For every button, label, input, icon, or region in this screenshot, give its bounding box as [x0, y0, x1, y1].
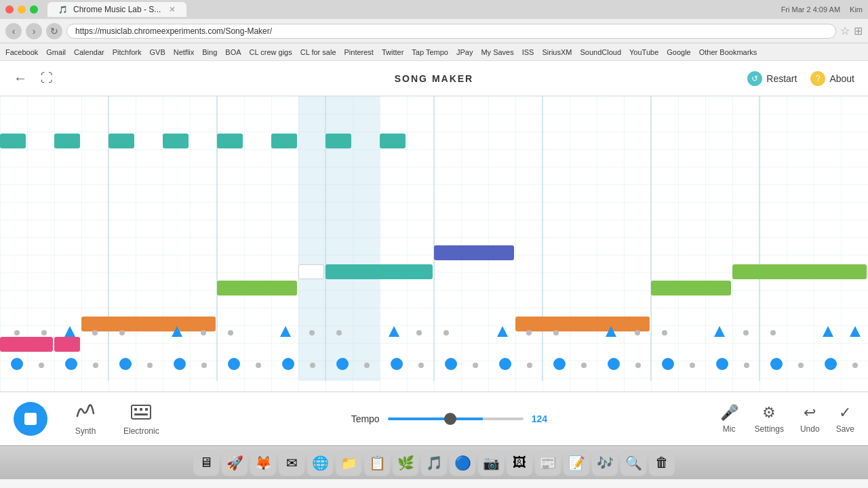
browser-tab[interactable]: 🎵 Chrome Music Lab - S... ✕ [47, 2, 186, 17]
circle-dot-27[interactable] [743, 359, 750, 371]
perc-tri-18[interactable] [497, 326, 508, 340]
bookmark-boa[interactable]: BOA [225, 48, 241, 56]
dock-itunes[interactable]: 🎵 [421, 450, 447, 476]
circle-dot-11[interactable] [309, 359, 316, 371]
dock-trash[interactable]: 🗑 [649, 450, 675, 476]
perc-dot-3[interactable] [92, 327, 98, 339]
dock-facetime[interactable]: 📷 [478, 450, 504, 476]
circle-dot-21[interactable] [580, 359, 587, 371]
circle-30[interactable] [825, 358, 837, 373]
expand-button[interactable]: ⛶ [41, 71, 53, 85]
circle-dot-25[interactable] [689, 359, 696, 371]
circle-dot-23[interactable] [635, 359, 642, 371]
dock-globe[interactable]: 🌐 [307, 450, 333, 476]
circle-26[interactable] [716, 358, 728, 373]
dock-finder2[interactable]: 🔍 [620, 450, 646, 476]
bookmark-netflix[interactable]: Netflix [174, 48, 195, 56]
bookmark-iss[interactable]: ISS [522, 48, 534, 56]
undo-button[interactable]: ↩ Undo [800, 404, 820, 434]
bookmark-pitchfork[interactable]: Pitchfork [113, 48, 142, 56]
circle-dot-13[interactable] [363, 359, 370, 371]
perc-dot-7[interactable] [200, 327, 207, 339]
note-green-1[interactable] [217, 281, 297, 296]
dock-clip[interactable]: 📋 [364, 450, 390, 476]
note-teal-3[interactable] [108, 134, 134, 148]
dock-notes[interactable]: 📝 [564, 450, 589, 476]
bookmark-calendar[interactable]: Calendar [74, 48, 104, 56]
bookmark-cl-crew[interactable]: CL crew gigs [250, 48, 292, 56]
mic-button[interactable]: 🎤 Mic [720, 404, 738, 434]
note-teal-4[interactable] [163, 134, 189, 148]
circle-28[interactable] [770, 358, 783, 373]
perc-dot-12[interactable] [336, 327, 342, 339]
perc-dot-8[interactable] [227, 327, 234, 339]
circle-dot-19[interactable] [526, 359, 533, 371]
stop-button[interactable] [14, 402, 47, 436]
circle-0[interactable] [11, 358, 23, 373]
close-btn[interactable] [5, 5, 14, 14]
circle-20[interactable] [553, 358, 566, 373]
note-teal-7[interactable] [326, 134, 351, 148]
bookmark-youtube[interactable]: YouTube [629, 48, 658, 56]
circle-dot-17[interactable] [472, 359, 479, 371]
perc-tri-14[interactable] [389, 326, 399, 340]
dock-files[interactable]: 📁 [336, 450, 361, 476]
settings-button[interactable]: ⚙ Settings [755, 404, 784, 434]
grid-area[interactable] [0, 96, 868, 391]
bookmark-facebook[interactable]: Facebook [5, 48, 38, 56]
perc-dot-0[interactable] [14, 327, 20, 339]
perc-dot-19[interactable] [526, 327, 532, 339]
perc-tri-6[interactable] [172, 326, 182, 340]
perc-tri-26[interactable] [714, 326, 725, 340]
bookmark-star[interactable]: ☆ [840, 24, 850, 37]
bookmark-jpay[interactable]: JPay [456, 48, 473, 56]
perc-dot-23[interactable] [634, 327, 641, 339]
note-teal-8[interactable] [380, 134, 406, 148]
perc-dot-28[interactable] [770, 327, 776, 339]
circle-6[interactable] [174, 358, 186, 373]
circle-dot-9[interactable] [255, 359, 262, 371]
note-green-4[interactable] [732, 264, 867, 279]
perc-dot-11[interactable] [309, 327, 315, 339]
perc-tri-2[interactable] [64, 326, 75, 340]
circle-24[interactable] [662, 358, 674, 373]
circle-dot-29[interactable] [797, 359, 804, 371]
note-blue-1[interactable] [434, 245, 514, 260]
synth-button[interactable]: Synth [61, 403, 110, 436]
note-teal-2[interactable] [54, 134, 80, 148]
bookmark-gmail[interactable]: Gmail [46, 48, 66, 56]
dock-screensaver[interactable]: 🌿 [393, 450, 418, 476]
perc-dot-20[interactable] [553, 327, 559, 339]
forward-button[interactable]: › [26, 23, 42, 39]
restart-button[interactable]: ↺ Restart [747, 71, 797, 86]
bookmark-google[interactable]: Google [667, 48, 690, 56]
bookmark-bing[interactable]: Bing [202, 48, 217, 56]
url-bar[interactable]: https://musiclab.chromeexperiments.com/S… [66, 24, 836, 39]
bookmark-gvb[interactable]: GVB [149, 48, 165, 56]
circle-dot-5[interactable] [146, 359, 153, 371]
bookmark-mysaves[interactable]: My Saves [481, 48, 513, 56]
dock-firefox[interactable]: 🦊 [250, 450, 276, 476]
perc-tri-10[interactable] [280, 326, 291, 340]
circle-12[interactable] [336, 358, 349, 373]
dock-launchpad[interactable]: 🚀 [222, 450, 248, 476]
perc-tri-30[interactable] [823, 326, 833, 340]
dock-music2[interactable]: 🎶 [592, 450, 618, 476]
bookmark-twitter[interactable]: Twitter [382, 48, 403, 56]
dock-news[interactable]: 📰 [535, 450, 561, 476]
circle-dot-1[interactable] [38, 359, 45, 371]
circle-10[interactable] [282, 358, 294, 373]
perc-tri-31[interactable] [850, 326, 861, 340]
note-green-2[interactable] [326, 264, 433, 279]
circle-8[interactable] [228, 358, 240, 373]
circle-16[interactable] [445, 358, 457, 373]
note-teal-6[interactable] [271, 134, 297, 148]
perc-dot-16[interactable] [443, 327, 450, 339]
note-green-3[interactable] [651, 281, 731, 296]
perc-tri-22[interactable] [606, 326, 616, 340]
bookmark-sirius[interactable]: SiriusXM [542, 48, 572, 56]
extensions-icon[interactable]: ⊞ [854, 24, 863, 37]
dock-chrome[interactable]: 🔵 [450, 450, 475, 476]
maximize-btn[interactable] [30, 5, 38, 14]
circle-18[interactable] [499, 358, 511, 373]
